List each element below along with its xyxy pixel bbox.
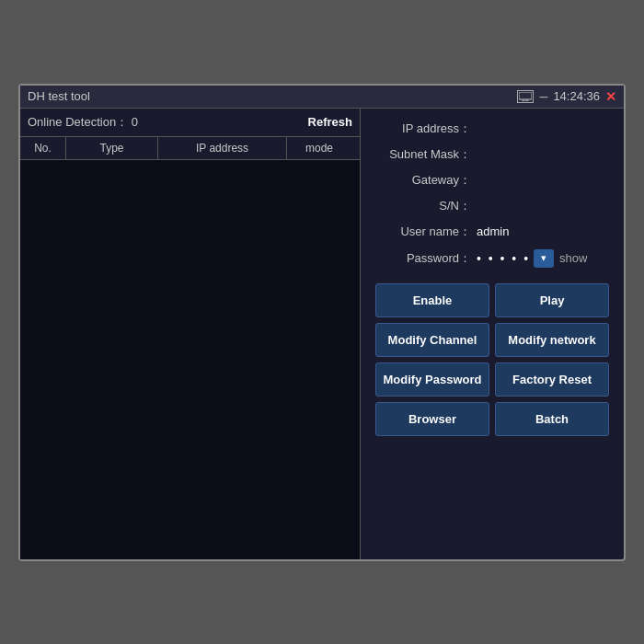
sn-row: S/N： [375, 195, 609, 217]
btn-row-3: Modify Password Factory Reset [375, 362, 609, 397]
table-body [20, 160, 360, 559]
refresh-button[interactable]: Refresh [308, 115, 352, 129]
title-bar-right: – 14:24:36 ✕ [517, 89, 616, 104]
gateway-label: Gateway： [375, 172, 477, 189]
modify-channel-button[interactable]: Modify Channel [375, 323, 489, 357]
show-password-link[interactable]: show [559, 251, 587, 265]
svg-rect-0 [519, 92, 532, 99]
browser-button[interactable]: Browser [375, 402, 489, 436]
btn-row-4: Browser Batch [375, 402, 609, 436]
password-dots: • • • • • [477, 251, 530, 266]
screen-icon [517, 90, 534, 103]
factory-reset-button[interactable]: Factory Reset [495, 362, 609, 397]
play-button[interactable]: Play [495, 283, 609, 317]
subnet-row: Subnet Mask： [375, 144, 609, 166]
col-mode: mode [287, 137, 351, 159]
title-bar: DH test tool – 14:24:36 ✕ [20, 86, 624, 109]
enable-button[interactable]: Enable [375, 283, 489, 317]
left-panel: Online Detection： 0 Refresh No. Type IP … [20, 109, 361, 559]
detection-bar: Online Detection： 0 Refresh [20, 109, 360, 137]
modify-network-button[interactable]: Modify network [495, 323, 609, 357]
btn-row-1: Enable Play [375, 283, 609, 317]
close-button[interactable]: ✕ [605, 89, 616, 104]
main-content: Online Detection： 0 Refresh No. Type IP … [20, 109, 624, 559]
col-ip: IP address [158, 137, 287, 159]
sn-label: S/N： [375, 198, 477, 214]
ip-label: IP address： [375, 121, 477, 137]
buttons-section: Enable Play Modify Channel Modify networ… [375, 283, 609, 436]
username-row: User name： admin [375, 221, 609, 243]
username-value: admin [477, 224, 509, 238]
detection-label: Online Detection： 0 [28, 114, 138, 131]
batch-button[interactable]: Batch [495, 402, 609, 436]
username-label: User name： [375, 224, 477, 240]
btn-row-2: Modify Channel Modify network [375, 323, 609, 357]
modify-password-button[interactable]: Modify Password [375, 362, 489, 397]
gateway-row: Gateway： [375, 169, 609, 191]
main-window: DH test tool – 14:24:36 ✕ Online Detecti… [18, 84, 626, 561]
clock: 14:24:36 [553, 89, 600, 103]
col-type: Type [66, 137, 158, 159]
password-dropdown-button[interactable]: ▾ [534, 249, 554, 268]
right-panel: IP address： Subnet Mask： Gateway： S/N： U… [361, 109, 624, 559]
title-bar-left: DH test tool [28, 89, 90, 103]
ip-row: IP address： [375, 118, 609, 140]
password-row: Password： • • • • • ▾ show [375, 247, 609, 270]
col-no: No. [20, 137, 66, 159]
table-header: No. Type IP address mode [20, 137, 360, 160]
minimize-btn[interactable]: – [539, 89, 547, 104]
subnet-label: Subnet Mask： [375, 146, 477, 163]
password-label: Password： [375, 250, 477, 267]
window-title: DH test tool [28, 89, 90, 103]
